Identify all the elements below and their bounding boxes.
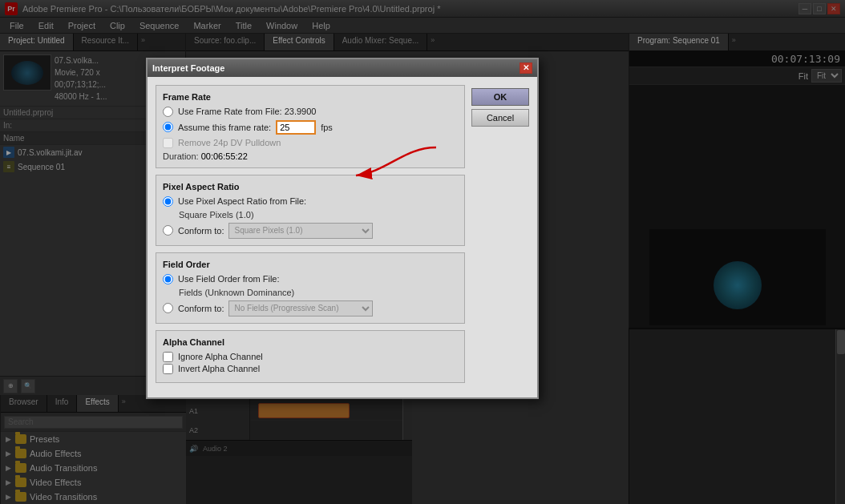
field-conform-select[interactable]: No Fields (Progressive Scan) bbox=[228, 300, 373, 317]
frame-rate-label-1: Use Frame Rate from File: 23.9900 bbox=[178, 107, 316, 116]
frame-rate-option1-row: Use Frame Rate from File: 23.9900 bbox=[163, 107, 458, 117]
alpha-title: Alpha Channel bbox=[163, 337, 458, 347]
pixel-aspect-section: Pixel Aspect Ratio Use Pixel Aspect Rati… bbox=[156, 175, 465, 246]
duration-label: Duration: bbox=[163, 151, 199, 161]
pixel-radio-1[interactable] bbox=[163, 196, 173, 207]
field-label-2: Conform to: bbox=[178, 304, 224, 313]
pulldown-checkbox[interactable] bbox=[163, 138, 173, 148]
pixel-option1-row: Use Pixel Aspect Ratio from File: bbox=[163, 196, 458, 207]
alpha-channel-section: Alpha Channel Ignore Alpha Channel Inver… bbox=[156, 330, 465, 383]
field-order-section: Field Order Use Field Order from File: F… bbox=[156, 252, 465, 324]
frame-rate-option2-row: Assume this frame rate: fps bbox=[163, 120, 458, 135]
frame-rate-radio-2[interactable] bbox=[163, 122, 173, 132]
pixel-sub-1: Square Pixels (1.0) bbox=[179, 210, 458, 220]
frame-rate-radio-1[interactable] bbox=[163, 107, 173, 117]
pixel-label-1: Use Pixel Aspect Ratio from File: bbox=[178, 196, 306, 206]
frame-rate-section: Frame Rate Use Frame Rate from File: 23.… bbox=[156, 85, 465, 168]
pixel-label-2: Conform to: bbox=[178, 226, 224, 236]
pulldown-checkbox-row: Remove 24p DV Pulldown bbox=[163, 138, 458, 148]
invert-alpha-label: Invert Alpha Channel bbox=[178, 364, 260, 373]
ok-button[interactable]: OK bbox=[471, 88, 529, 106]
invert-alpha-row: Invert Alpha Channel bbox=[163, 364, 458, 374]
dialog-close-button[interactable]: ✕ bbox=[520, 62, 532, 74]
duration-row: Duration: 00:06:55:22 bbox=[163, 151, 458, 161]
ignore-alpha-checkbox[interactable] bbox=[163, 352, 173, 362]
invert-alpha-checkbox[interactable] bbox=[163, 364, 173, 374]
field-option2-row: Conform to: No Fields (Progressive Scan) bbox=[163, 300, 458, 317]
fps-input[interactable] bbox=[276, 120, 316, 135]
field-sub-1: Fields (Unknown Dominance) bbox=[179, 288, 458, 297]
ignore-alpha-row: Ignore Alpha Channel bbox=[163, 352, 458, 362]
dialog-title: Interpret Footage bbox=[152, 63, 224, 73]
frame-rate-title: Frame Rate bbox=[163, 92, 458, 102]
pixel-option2-row: Conform to: Square Pixels (1.0) bbox=[163, 223, 458, 239]
pixel-aspect-title: Pixel Aspect Ratio bbox=[163, 182, 458, 192]
field-order-title: Field Order bbox=[163, 260, 458, 269]
field-radio-1[interactable] bbox=[163, 274, 173, 284]
dialog-overlay: Interpret Footage ✕ OK Cancel Frame Rate… bbox=[0, 0, 845, 504]
field-label-1: Use Field Order from File: bbox=[178, 274, 280, 284]
cancel-button[interactable]: Cancel bbox=[471, 109, 529, 127]
dialog-titlebar: Interpret Footage ✕ bbox=[148, 59, 537, 77]
fps-unit: fps bbox=[321, 123, 333, 132]
ignore-alpha-label: Ignore Alpha Channel bbox=[178, 352, 263, 361]
duration-value: 00:06:55:22 bbox=[201, 151, 248, 161]
pixel-conform-select[interactable]: Square Pixels (1.0) bbox=[228, 223, 373, 239]
field-option1-row: Use Field Order from File: bbox=[163, 274, 458, 284]
pulldown-label: Remove 24p DV Pulldown bbox=[178, 138, 281, 147]
frame-rate-label-2: Assume this frame rate: bbox=[178, 123, 271, 132]
pixel-radio-2[interactable] bbox=[163, 225, 173, 236]
interpret-dialog: Interpret Footage ✕ OK Cancel Frame Rate… bbox=[146, 58, 539, 399]
field-radio-2[interactable] bbox=[163, 303, 173, 313]
frame-rate-value: 23.9900 bbox=[285, 107, 317, 116]
dialog-buttons: OK Cancel bbox=[471, 88, 529, 127]
